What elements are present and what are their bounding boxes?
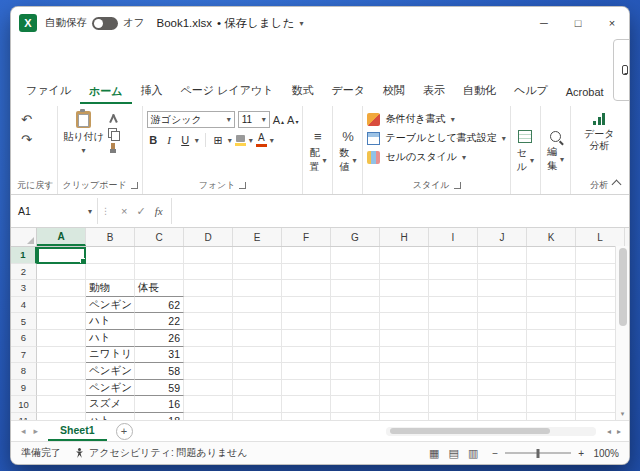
cell-B10[interactable]: スズメ (86, 396, 135, 413)
column-header-E[interactable]: E (233, 228, 282, 246)
cell-J9[interactable] (478, 380, 527, 397)
italic-button[interactable]: I (163, 132, 176, 148)
cell-K11[interactable] (527, 413, 576, 420)
cell-I6[interactable] (429, 330, 478, 347)
close-button[interactable]: × (595, 7, 629, 39)
cell-H4[interactable] (380, 297, 429, 314)
minimize-button[interactable]: ─ (527, 7, 561, 39)
cell-H8[interactable] (380, 363, 429, 380)
undo-button[interactable]: ↶ (21, 113, 32, 126)
cell-A9[interactable] (37, 380, 86, 397)
cell-K10[interactable] (527, 396, 576, 413)
cell-styles-button[interactable]: セルのスタイル ▾ (367, 148, 505, 166)
cell-I3[interactable] (429, 280, 478, 297)
cancel-entry-button[interactable]: × (121, 205, 127, 217)
row-header-6[interactable]: 6 (11, 330, 37, 347)
ribbon-tab-page-layout[interactable]: ページ レイアウト (172, 78, 283, 104)
horizontal-scrollbar-thumb[interactable] (390, 428, 550, 434)
cell-C1[interactable] (135, 247, 184, 264)
cell-K6[interactable] (527, 330, 576, 347)
cell-B2[interactable] (86, 264, 135, 281)
cell-E3[interactable] (233, 280, 282, 297)
cell-D4[interactable] (184, 297, 233, 314)
cell-G6[interactable] (331, 330, 380, 347)
font-color-dropdown-icon[interactable]: ▾ (270, 136, 274, 145)
cell-C3[interactable]: 体長 (135, 280, 184, 297)
cell-C4[interactable]: 62 (135, 297, 184, 314)
row-header-11[interactable]: 11 (11, 413, 37, 420)
cell-E4[interactable] (233, 297, 282, 314)
paste-button[interactable]: 貼り付け ▾ (62, 108, 104, 155)
cell-G8[interactable] (331, 363, 380, 380)
cell-J11[interactable] (478, 413, 527, 420)
cell-H7[interactable] (380, 347, 429, 364)
cell-D8[interactable] (184, 363, 233, 380)
vertical-scrollbar-thumb[interactable] (619, 248, 627, 326)
document-title[interactable]: Book1.xlsx • 保存しました ▾ (157, 16, 304, 31)
cell-H10[interactable] (380, 396, 429, 413)
decrease-font-button[interactable]: A▾ (287, 114, 298, 126)
cell-E11[interactable] (233, 413, 282, 420)
maximize-button[interactable]: □ (561, 7, 595, 39)
styles-dialog-launcher-icon[interactable] (454, 182, 461, 189)
cell-F11[interactable] (282, 413, 331, 420)
cell-H1[interactable] (380, 247, 429, 264)
ribbon-tab-insert[interactable]: 挿入 (132, 78, 172, 104)
cell-H3[interactable] (380, 280, 429, 297)
cell-I10[interactable] (429, 396, 478, 413)
zoom-out-icon[interactable]: − (492, 448, 498, 459)
ribbon-tab-file[interactable]: ファイル (17, 78, 80, 104)
cell-F6[interactable] (282, 330, 331, 347)
cell-B9[interactable]: ペンギン (86, 380, 135, 397)
column-header-F[interactable]: F (282, 228, 331, 246)
cell-G10[interactable] (331, 396, 380, 413)
cell-I7[interactable] (429, 347, 478, 364)
cell-C11[interactable]: 18 (135, 413, 184, 420)
column-header-A[interactable]: A (37, 228, 86, 246)
cell-A4[interactable] (37, 297, 86, 314)
zoom-slider[interactable] (505, 452, 571, 454)
page-layout-view-icon[interactable]: ▤ (449, 447, 459, 460)
cell-K3[interactable] (527, 280, 576, 297)
cell-D10[interactable] (184, 396, 233, 413)
cell-K1[interactable] (527, 247, 576, 264)
row-header-4[interactable]: 4 (11, 297, 37, 314)
cell-F9[interactable] (282, 380, 331, 397)
excel-logo-icon[interactable]: X (19, 14, 37, 32)
column-header-C[interactable]: C (135, 228, 184, 246)
scroll-down-icon[interactable]: ▾ (621, 410, 625, 418)
comments-button[interactable]: コメント (613, 39, 630, 101)
row-header-10[interactable]: 10 (11, 396, 37, 413)
increase-font-button[interactable]: A▴ (273, 114, 284, 126)
title-dropdown-icon[interactable]: ▾ (299, 19, 303, 28)
cell-C9[interactable]: 59 (135, 380, 184, 397)
row-header-2[interactable]: 2 (11, 264, 37, 281)
cell-E7[interactable] (233, 347, 282, 364)
cell-B6[interactable]: ハト (86, 330, 135, 347)
zoom-level[interactable]: 100% (591, 448, 619, 459)
clipboard-dialog-launcher-icon[interactable] (131, 182, 138, 189)
sheet-nav-left-icon[interactable]: ◂ (21, 426, 26, 436)
cell-I8[interactable] (429, 363, 478, 380)
cell-J5[interactable] (478, 313, 527, 330)
cell-E6[interactable] (233, 330, 282, 347)
sheet-nav-right-icon[interactable]: ▸ (34, 426, 39, 436)
column-header-H[interactable]: H (380, 228, 429, 246)
column-header-D[interactable]: D (184, 228, 233, 246)
cell-G9[interactable] (331, 380, 380, 397)
cell-A1[interactable] (37, 247, 86, 264)
cell-B7[interactable]: ニワトリ (86, 347, 135, 364)
cell-B11[interactable]: ハト (86, 413, 135, 420)
cell-B4[interactable]: ペンギン (86, 297, 135, 314)
cell-I2[interactable] (429, 264, 478, 281)
cell-E10[interactable] (233, 396, 282, 413)
column-header-B[interactable]: B (86, 228, 135, 246)
cell-J8[interactable] (478, 363, 527, 380)
redo-button[interactable]: ↷ (21, 133, 32, 146)
editing-group-button[interactable]: 編集 ▾ (541, 106, 571, 194)
sheet-tab-sheet1[interactable]: Sheet1 (48, 421, 106, 441)
ribbon-tab-acrobat[interactable]: Acrobat (557, 81, 613, 104)
cell-F8[interactable] (282, 363, 331, 380)
cell-I5[interactable] (429, 313, 478, 330)
autosave-toggle[interactable]: 自動保存 オフ (45, 16, 145, 30)
